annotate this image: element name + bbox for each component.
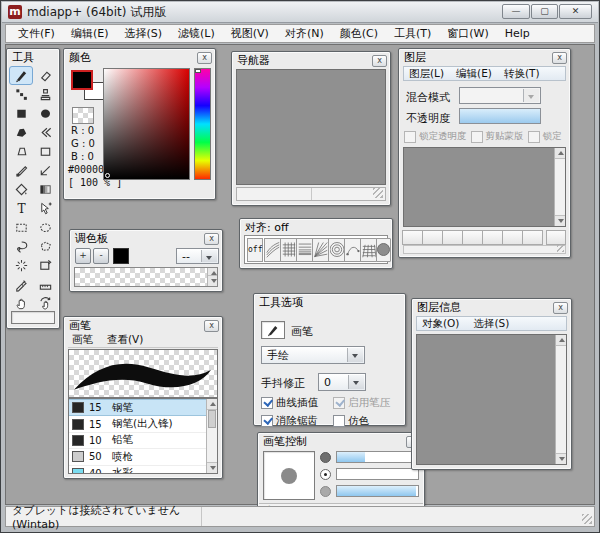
magic-wand-tool[interactable] <box>9 256 33 275</box>
dot-pen-tool[interactable] <box>9 85 33 104</box>
slider-knob[interactable] <box>320 486 331 497</box>
close-icon[interactable]: x <box>204 320 219 332</box>
stabilizer-dropdown[interactable]: 0 <box>318 373 366 391</box>
palette-swatch-area[interactable] <box>74 267 218 287</box>
menu-item[interactable]: 颜色(C) <box>332 25 386 42</box>
layer-toolbar-button[interactable] <box>462 230 483 245</box>
layer-toolbar-button[interactable] <box>422 230 443 245</box>
stamp-tool[interactable] <box>33 85 57 104</box>
menu-item[interactable]: 选择(S) <box>116 25 170 42</box>
close-icon[interactable]: x <box>552 52 567 64</box>
layer-toolbar-extra-button[interactable] <box>546 230 566 245</box>
trapezoid-tool[interactable] <box>9 142 33 161</box>
sv-gradient-square[interactable] <box>103 68 190 180</box>
snap-color-button[interactable] <box>376 238 391 262</box>
line-tool[interactable] <box>33 161 57 180</box>
brush-list-scrollbar[interactable] <box>206 399 217 473</box>
brush-menu-item[interactable]: 画笔 <box>72 333 93 347</box>
curve-tool[interactable] <box>33 123 57 142</box>
layer-toolbar-button[interactable] <box>442 230 463 245</box>
filled-ellipse-tool[interactable] <box>33 104 57 123</box>
slider-knob[interactable] <box>320 469 331 480</box>
palette-add-button[interactable]: + <box>75 248 91 264</box>
close-icon[interactable]: x <box>553 302 568 314</box>
snap-radial-button[interactable] <box>312 238 329 262</box>
path-tool[interactable] <box>9 161 33 180</box>
layer-info-menu-item[interactable]: 选择(S) <box>473 317 509 331</box>
checkbox-锁定[interactable]: 锁定 <box>528 130 562 143</box>
menu-item[interactable]: 对齐(N) <box>277 25 332 42</box>
object-select-tool[interactable] <box>33 199 57 218</box>
palette-group-dropdown[interactable]: -- <box>176 248 219 264</box>
checkbox-仿色[interactable]: 仿色 <box>333 414 401 428</box>
close-icon[interactable]: x <box>204 233 219 245</box>
slider-knob[interactable] <box>320 452 331 463</box>
snap-horizontal-button[interactable] <box>296 238 313 262</box>
brush-menu-item[interactable]: 查看(V) <box>107 333 143 347</box>
eraser-tool[interactable] <box>33 66 57 85</box>
snap-curve-button[interactable] <box>344 238 361 262</box>
filled-rect-tool[interactable] <box>9 104 33 123</box>
menu-item[interactable]: 工具(T) <box>386 25 439 42</box>
snap-concentric-button[interactable] <box>328 238 345 262</box>
menu-item[interactable]: Help <box>497 26 538 41</box>
brush-list-item[interactable]: 50喷枪 <box>69 449 206 465</box>
snap-parallel-button[interactable] <box>264 238 281 262</box>
rect-select-tool[interactable] <box>9 218 33 237</box>
brush-list-item[interactable]: 15钢笔 <box>69 399 206 416</box>
layers-menu-item[interactable]: 图层(L) <box>409 67 444 81</box>
menu-item[interactable]: 文件(F) <box>10 25 63 42</box>
layer-toolbar-button[interactable] <box>522 230 543 245</box>
close-icon[interactable]: x <box>372 55 387 67</box>
checkbox-剪贴蒙版[interactable]: 剪贴蒙版 <box>471 130 524 143</box>
snap-grid-button[interactable] <box>280 238 297 262</box>
layer-toolbar-button[interactable] <box>502 230 523 245</box>
lasso-select-tool[interactable] <box>9 237 33 256</box>
pen-tool[interactable] <box>9 66 33 85</box>
menu-item[interactable]: 滤镜(L) <box>170 25 223 42</box>
stroke-mode-dropdown[interactable]: 手绘 <box>261 346 365 364</box>
hue-bar[interactable] <box>194 68 211 180</box>
slider-track[interactable] <box>336 468 419 480</box>
slider-track[interactable] <box>336 451 419 463</box>
maximize-button[interactable]: ▢ <box>531 4 558 19</box>
slider-track[interactable] <box>336 485 419 497</box>
checkbox-曲线插值[interactable]: 曲线插值 <box>261 396 333 410</box>
layers-menu-item[interactable]: 转换(T) <box>504 67 540 81</box>
brush-list-item[interactable]: 15钢笔(出入锋) <box>69 416 206 432</box>
transparent-color-swatch[interactable] <box>72 107 94 124</box>
layer-info-menu-item[interactable]: 对象(O) <box>422 317 459 331</box>
checkbox-启用笔压[interactable]: 启用笔压 <box>333 396 401 410</box>
eyedropper-tool[interactable] <box>9 275 33 294</box>
measure-tool[interactable] <box>33 275 57 294</box>
layer-info-scrollbar[interactable] <box>555 335 566 464</box>
layer-toolbar-button[interactable] <box>402 230 423 245</box>
opacity-slider[interactable] <box>459 108 541 124</box>
checkbox-消除锯齿[interactable]: 消除锯齿 <box>261 414 333 428</box>
menu-item[interactable]: 窗口(W) <box>439 25 496 42</box>
rect-outline-tool[interactable] <box>33 142 57 161</box>
snap-off-button[interactable]: off <box>247 238 263 262</box>
layer-toolbar-button[interactable] <box>482 230 503 245</box>
close-icon[interactable]: x <box>197 52 212 64</box>
menu-item[interactable]: 视图(V) <box>223 25 277 42</box>
brush-list-item[interactable]: 40水彩 <box>69 466 206 474</box>
foreground-color-swatch[interactable] <box>71 70 93 90</box>
fill-bucket-tool[interactable] <box>9 180 33 199</box>
ellipse-select-tool[interactable] <box>33 218 57 237</box>
checkbox-锁定透明度[interactable]: 锁定透明度 <box>404 130 467 143</box>
resize-grip[interactable] <box>582 514 592 524</box>
layer-list-scrollbar[interactable] <box>554 148 565 226</box>
layers-menu-item[interactable]: 编辑(E) <box>456 67 492 81</box>
title-bar[interactable]: m mdiapp+ (64bit) 试用版 — ▢ ✕ <box>2 2 598 23</box>
menu-item[interactable]: 编辑(E) <box>63 25 117 42</box>
palette-scrollbar[interactable] <box>207 268 217 286</box>
blend-mode-dropdown[interactable] <box>459 87 541 104</box>
minimize-button[interactable]: — <box>502 4 530 19</box>
text-tool[interactable]: T <box>9 199 33 218</box>
filled-polygon-tool[interactable] <box>9 123 33 142</box>
snap-perspective-button[interactable] <box>360 238 377 262</box>
close-button[interactable]: ✕ <box>559 4 592 19</box>
palette-current-swatch[interactable] <box>113 248 129 264</box>
palette-remove-button[interactable]: - <box>93 248 109 264</box>
